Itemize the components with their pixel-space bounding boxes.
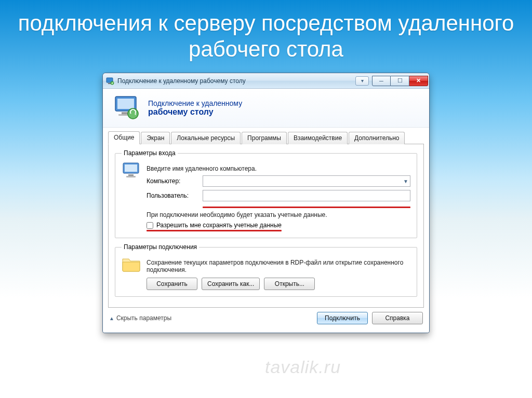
titlebar[interactable]: Подключение к удаленному рабочему столу … bbox=[103, 73, 429, 89]
tabs: Общие Экран Локальные ресурсы Программы … bbox=[108, 131, 424, 144]
rdp-window: Подключение к удаленному рабочему столу … bbox=[102, 73, 430, 333]
computer-input[interactable] bbox=[203, 176, 402, 186]
connection-legend: Параметры подключения bbox=[122, 243, 199, 251]
close-icon: ✕ bbox=[416, 77, 421, 84]
watermark: tavalik.ru bbox=[265, 357, 341, 377]
remember-label: Разрешить мне сохранять учетные данные bbox=[156, 222, 282, 229]
minimize-button[interactable]: ─ bbox=[372, 76, 391, 86]
login-legend: Параметры входа bbox=[122, 149, 178, 157]
maximize-icon: ☐ bbox=[397, 77, 403, 84]
chevron-down-icon: ▾ bbox=[361, 78, 364, 84]
help-button[interactable]: Справка bbox=[372, 312, 423, 324]
chevron-down-icon[interactable]: ▼ bbox=[402, 179, 410, 184]
hero-banner: Подключение к удаленному рабочему столу bbox=[103, 89, 429, 128]
pin-button[interactable]: ▾ bbox=[355, 76, 369, 86]
computer-icon bbox=[122, 162, 141, 180]
hide-options-label: Скрыть параметры bbox=[116, 314, 171, 322]
connection-group: Параметры подключения Сохранение текущих… bbox=[115, 243, 417, 297]
svg-point-7 bbox=[128, 108, 138, 119]
highlight-remember bbox=[147, 230, 282, 231]
tab-general[interactable]: Общие bbox=[108, 131, 140, 144]
chevron-up-icon: ▲ bbox=[109, 315, 114, 321]
close-button[interactable]: ✕ bbox=[409, 76, 428, 86]
save-as-button[interactable]: Сохранить как... bbox=[202, 278, 260, 290]
login-group: Параметры входа Введите имя удаленного bbox=[115, 149, 417, 238]
user-input[interactable] bbox=[203, 190, 410, 201]
open-button[interactable]: Открыть... bbox=[264, 278, 315, 290]
computer-combo[interactable]: ▼ bbox=[203, 175, 410, 187]
remember-checkbox[interactable] bbox=[147, 222, 153, 229]
login-instruction: Введите имя удаленного компьютера. bbox=[147, 165, 410, 172]
svg-rect-9 bbox=[125, 164, 137, 172]
highlight-user bbox=[203, 207, 410, 208]
tab-advanced[interactable]: Дополнительно bbox=[349, 132, 405, 144]
minimize-icon: ─ bbox=[379, 78, 383, 84]
app-icon bbox=[106, 77, 114, 85]
tab-local-resources[interactable]: Локальные ресурсы bbox=[171, 132, 241, 144]
tab-screen[interactable]: Экран bbox=[141, 132, 170, 144]
tab-body-general: Параметры входа Введите имя удаленного bbox=[108, 144, 424, 308]
connection-note: Сохранение текущих параметров подключени… bbox=[147, 259, 410, 273]
folder-icon bbox=[122, 256, 141, 272]
tab-programs[interactable]: Программы bbox=[242, 132, 287, 144]
hero-line1: Подключение к удаленному bbox=[148, 99, 242, 107]
window-controls: ─ ☐ ✕ bbox=[372, 76, 428, 86]
svg-rect-4 bbox=[117, 99, 134, 109]
save-button[interactable]: Сохранить bbox=[147, 278, 197, 290]
svg-rect-11 bbox=[126, 176, 136, 177]
svg-rect-10 bbox=[128, 174, 134, 176]
hero-line2: рабочему столу bbox=[148, 107, 242, 117]
login-note: При подключении необходимо будет указать… bbox=[147, 211, 410, 218]
slide-title: подключения к серверу посредством удален… bbox=[0, 10, 532, 63]
computer-label: Компьютер: bbox=[147, 177, 198, 185]
window-title: Подключение к удаленному рабочему столу bbox=[117, 77, 355, 85]
hero-text: Подключение к удаленному рабочему столу bbox=[148, 99, 242, 117]
remote-desktop-icon bbox=[112, 95, 141, 121]
tab-experience[interactable]: Взаимодействие bbox=[288, 132, 348, 144]
window-client-area: Подключение к удаленному рабочему столу … bbox=[103, 89, 429, 333]
maximize-button[interactable]: ☐ bbox=[391, 76, 409, 86]
user-label: Пользователь: bbox=[147, 192, 198, 199]
hide-options-link[interactable]: ▲ Скрыть параметры bbox=[109, 314, 171, 322]
connect-button[interactable]: Подключить bbox=[317, 312, 368, 324]
footer: ▲ Скрыть параметры Подключить Справка bbox=[103, 308, 429, 327]
